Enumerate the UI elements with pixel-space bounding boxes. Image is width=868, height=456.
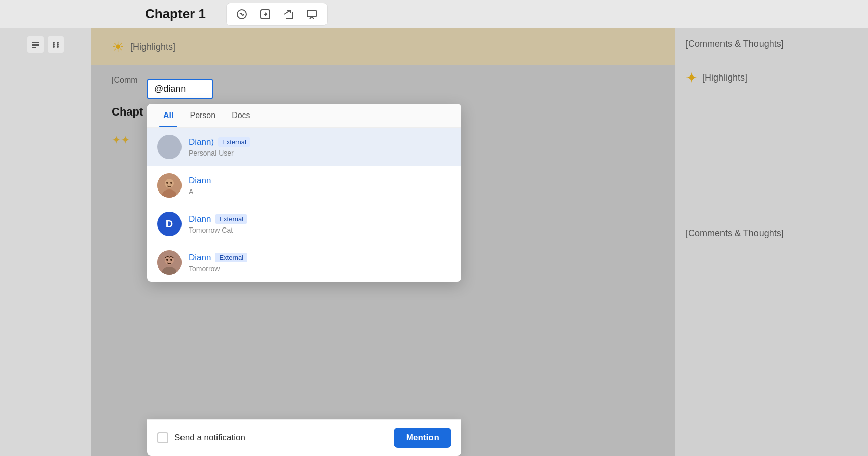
result-name-4: Diann xyxy=(189,253,211,263)
svg-point-21 xyxy=(170,259,172,261)
result-info-3: Diann External Tomorrow Cat xyxy=(189,214,451,234)
tab-all[interactable]: All xyxy=(155,104,182,127)
left-sidebar xyxy=(0,28,91,456)
result-sub-4: Tomorrow xyxy=(189,264,451,273)
result-name-row-2: Diann xyxy=(189,176,451,186)
sidebar-icons-row xyxy=(27,36,64,53)
avatar-1 xyxy=(157,135,182,159)
result-badge-1: External xyxy=(218,137,250,147)
result-sub-2: A xyxy=(189,187,451,196)
result-name-row-1: Diann) External xyxy=(189,137,451,147)
notification-left: Send a notification xyxy=(157,432,245,443)
chapter-title: Chapter 1 xyxy=(145,6,206,22)
svg-rect-2 xyxy=(307,10,316,17)
highlights-label: [Highlights] xyxy=(130,42,175,52)
avatar-4 xyxy=(157,250,182,275)
result-item-4[interactable]: Diann External Tomorrow xyxy=(147,243,461,282)
svg-point-9 xyxy=(57,46,59,48)
tab-docs[interactable]: Docs xyxy=(224,104,258,127)
svg-point-10 xyxy=(53,44,55,46)
svg-point-15 xyxy=(166,182,168,184)
svg-point-16 xyxy=(170,182,172,184)
mention-dropdown: All Person Docs Diann) External Personal… xyxy=(147,104,461,282)
right-panel-top-title: [Comments & Thoughts] xyxy=(685,39,858,49)
svg-point-8 xyxy=(53,46,55,48)
grid-view-icon[interactable] xyxy=(48,36,64,53)
comments-partial: [Comm xyxy=(112,75,138,84)
result-name-3: Diann xyxy=(189,214,211,224)
share-icon[interactable] xyxy=(281,7,296,21)
result-info-1: Diann) External Personal User xyxy=(189,137,451,157)
dropdown-results: Diann) External Personal User xyxy=(147,128,461,282)
result-item-3[interactable]: D Diann External Tomorrow Cat xyxy=(147,205,461,243)
tab-person[interactable]: Person xyxy=(182,104,224,127)
svg-point-7 xyxy=(57,42,59,44)
list-view-icon[interactable] xyxy=(27,36,44,53)
link-icon[interactable] xyxy=(258,7,272,21)
mention-button[interactable]: Mention xyxy=(394,428,451,448)
svg-point-6 xyxy=(53,42,55,44)
notification-checkbox[interactable] xyxy=(157,432,168,443)
chapter-partial: Chapt xyxy=(112,105,143,118)
result-name-2: Diann xyxy=(189,176,211,186)
right-comments-bottom: [Comments & Thoughts] xyxy=(685,228,858,239)
result-info-2: Diann A xyxy=(189,176,451,196)
edit-icon[interactable] xyxy=(235,7,249,21)
right-highlights-label: [Highlights] xyxy=(702,72,747,83)
dropdown-tabs: All Person Docs xyxy=(147,104,461,128)
highlights-block: ☀ [Highlights] xyxy=(91,28,675,65)
result-info-4: Diann External Tomorrow xyxy=(189,253,451,273)
result-name-row-4: Diann External xyxy=(189,253,451,263)
result-name-1: Diann) xyxy=(189,137,214,147)
svg-rect-4 xyxy=(32,44,39,46)
result-item-1[interactable]: Diann) External Personal User xyxy=(147,128,461,166)
result-sub-3: Tomorrow Cat xyxy=(189,226,451,234)
result-item-2[interactable]: Diann A xyxy=(147,166,461,205)
right-panel: [Comments & Thoughts] ✦ [Highlights] [Co… xyxy=(675,28,868,456)
mention-input[interactable] xyxy=(147,79,213,99)
right-highlights-row: ✦ [Highlights] xyxy=(685,69,858,86)
result-name-row-3: Diann External xyxy=(189,214,451,224)
right-sun-icon: ✦ xyxy=(685,69,697,86)
top-toolbar: Chapter 1 xyxy=(0,0,868,28)
svg-point-20 xyxy=(166,259,168,261)
avatar-2 xyxy=(157,173,182,198)
sun-icon: ☀ xyxy=(112,39,124,55)
result-sub-1: Personal User xyxy=(189,149,451,157)
notification-footer: Send a notification Mention xyxy=(147,419,461,456)
result-badge-4: External xyxy=(215,253,247,262)
toolbar-icons-group xyxy=(226,3,328,26)
comment-icon[interactable] xyxy=(305,7,319,21)
svg-point-11 xyxy=(57,44,59,46)
result-badge-3: External xyxy=(215,214,247,224)
notification-label: Send a notification xyxy=(174,433,245,443)
svg-rect-5 xyxy=(32,47,36,48)
avatar-3: D xyxy=(157,212,182,236)
svg-rect-3 xyxy=(32,42,39,43)
